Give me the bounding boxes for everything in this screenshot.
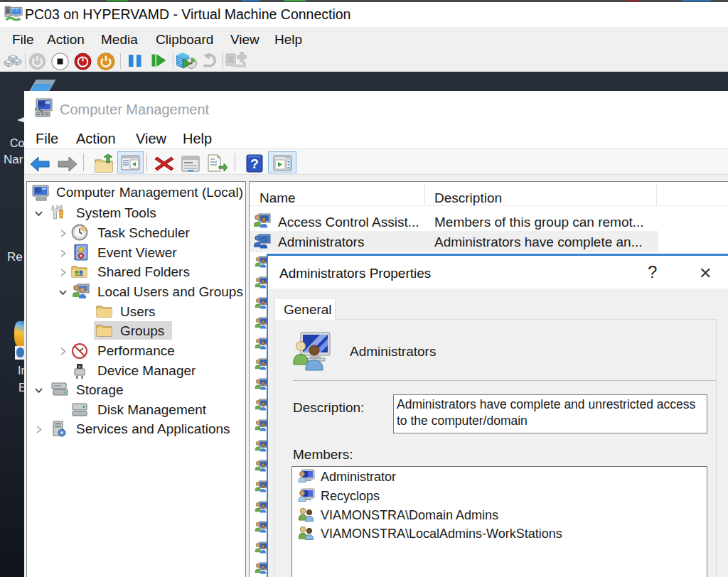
svg-text:?: ? [250,156,259,171]
